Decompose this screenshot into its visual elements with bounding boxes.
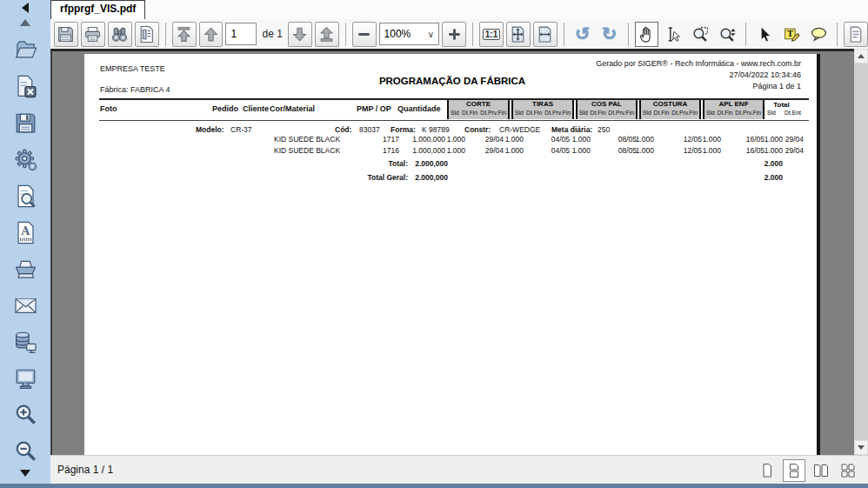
note-icon [810, 25, 828, 43]
open-folder-button[interactable] [10, 37, 41, 64]
save-button[interactable] [54, 22, 78, 47]
zoom-in-icon [13, 403, 38, 428]
collapse-left-icon [22, 3, 29, 13]
group-corte: CORTE SldDt.FinDt.Prv.Fin [447, 100, 510, 119]
report-structure-button[interactable] [135, 22, 159, 47]
report-company: EMPRESA TESTE [100, 64, 165, 73]
scroll-up-icon [20, 19, 30, 26]
row-aplenf-sld: 1.000 [683, 146, 721, 155]
rotate-ccw-icon: ↺ [575, 25, 591, 43]
subcol-dtprvfin: Dt.Prv.Fin [735, 109, 761, 117]
subcol-dtprvfin: Dt.Prv.Fin [544, 109, 571, 117]
pdf-button[interactable]: A [10, 219, 41, 246]
last-page-icon [317, 25, 336, 43]
rotate-ccw-button[interactable]: ↺ [571, 22, 595, 47]
toolbar-separator [345, 23, 346, 46]
first-page-button[interactable] [172, 22, 197, 47]
sidebar-scroll-down-button[interactable] [0, 465, 50, 480]
subcol-total-dtent: Dt.Ent [785, 110, 801, 116]
document-viewport[interactable]: EMPRESA TESTE Fábrica: FABRICA 4 PROGRAM… [50, 49, 854, 455]
row-material: KID SUEDE BLACK [274, 146, 340, 155]
subcol-sld: Sld [643, 109, 651, 117]
settings-gear-icon [13, 147, 38, 172]
page-number-input[interactable] [225, 23, 257, 45]
sidebar: A [0, 0, 50, 484]
zoom-marquee-button[interactable] [688, 22, 712, 47]
subcol-dtprvfin: Dt.Prv.Fin [671, 109, 698, 117]
note-button[interactable] [806, 22, 831, 47]
tab-bar: rfpprgf_VIS.pdf [50, 0, 868, 19]
sidebar-scroll-up-button[interactable] [0, 15, 50, 30]
zoom-in-button-side[interactable] [10, 402, 41, 429]
fit-page-button[interactable] [506, 22, 531, 47]
last-page-button[interactable] [315, 22, 339, 47]
zoom-level-select[interactable]: 100% ∨ [379, 23, 440, 45]
email-button[interactable] [10, 292, 41, 319]
continuous-page-button[interactable] [783, 459, 805, 482]
save-button-side[interactable] [10, 110, 41, 137]
search-button[interactable] [108, 22, 132, 47]
toolbar-separator [472, 23, 473, 46]
sidebar-collapse-button[interactable] [0, 0, 50, 15]
row-op: 1717 [361, 135, 399, 144]
document-tab[interactable]: rfpprgf_VIS.pdf [50, 0, 145, 19]
screen-view-button[interactable] [10, 365, 41, 392]
group-name: CORTE [449, 100, 508, 109]
zoom-out-button[interactable] [352, 22, 377, 47]
export-data-button[interactable] [10, 329, 41, 356]
modelo-label: Modelo: [196, 125, 224, 134]
forma-value: K 98789 [422, 125, 450, 134]
prev-page-button[interactable] [199, 22, 224, 47]
group-costura: COSTURA SldDt.FinDt.Prv.Fin [639, 100, 701, 119]
first-page-icon [175, 25, 193, 43]
subcol-sld: Sld [451, 109, 459, 117]
print-button[interactable] [81, 22, 105, 47]
report-title: PROGRAMAÇÃO DA FÁBRICA [84, 76, 820, 86]
row-corte-sld: 1.000 [427, 135, 465, 144]
text-select-icon [664, 25, 683, 43]
close-document-button[interactable] [10, 73, 41, 100]
vertical-scrollbar[interactable] [854, 49, 868, 455]
tiled-pages-button[interactable] [837, 459, 859, 482]
fit-width-button[interactable] [533, 22, 558, 47]
toolbar-separator [837, 23, 838, 46]
select-cursor-button[interactable] [752, 22, 777, 47]
constr-label: Constr: [464, 125, 491, 134]
print-button-side[interactable] [10, 256, 41, 283]
constr-value: CR-WEDGE [499, 125, 540, 134]
doc-properties-icon [846, 25, 865, 43]
row-costura-sld: 1.000 [616, 135, 654, 144]
zoom-dynamic-button[interactable] [715, 22, 739, 47]
actual-size-button[interactable]: 1:1 [479, 22, 504, 47]
zoom-marquee-icon [691, 25, 710, 43]
text-annotation-button[interactable]: T [779, 22, 804, 47]
chevron-down-icon: ∨ [428, 30, 434, 39]
hand-tool-button[interactable] [635, 22, 659, 47]
hand-tool-icon [638, 25, 656, 43]
group-name: TIRAS [513, 100, 572, 109]
text-select-button[interactable] [661, 22, 685, 47]
next-page-button[interactable] [288, 22, 312, 47]
scrollbar-down-button[interactable] [854, 440, 868, 455]
report-page-info: Página 1 de 1 [752, 82, 801, 90]
zoom-out-button-side[interactable] [10, 438, 41, 465]
row-tiras-sld: 1.000 [485, 135, 524, 144]
subcol-dtfin: Dt.Fin [653, 109, 669, 117]
facing-pages-button[interactable] [810, 459, 832, 482]
pdf-icon: A [13, 220, 38, 245]
toolbar: de 1 100% ∨ 1:1 ↺ ↻ [50, 19, 868, 49]
preview-document-button[interactable] [10, 183, 41, 210]
doc-properties-button[interactable] [844, 22, 868, 47]
scrollbar-up-button[interactable] [854, 49, 868, 64]
subcol-dtprvfin: Dt.Prv.Fin [480, 109, 506, 117]
rotate-cw-icon: ↻ [602, 25, 618, 43]
single-page-icon [758, 462, 776, 479]
settings-button[interactable] [10, 146, 41, 173]
subcol-sld: Sld [706, 109, 715, 117]
single-page-button[interactable] [756, 459, 778, 482]
report-page: EMPRESA TESTE Fábrica: FABRICA 4 PROGRAM… [84, 54, 820, 455]
zoom-in-button[interactable] [442, 22, 466, 47]
search-binoculars-icon [110, 25, 129, 43]
row-total-ent: 29/04 [766, 135, 804, 144]
rotate-cw-button[interactable]: ↻ [598, 22, 622, 47]
